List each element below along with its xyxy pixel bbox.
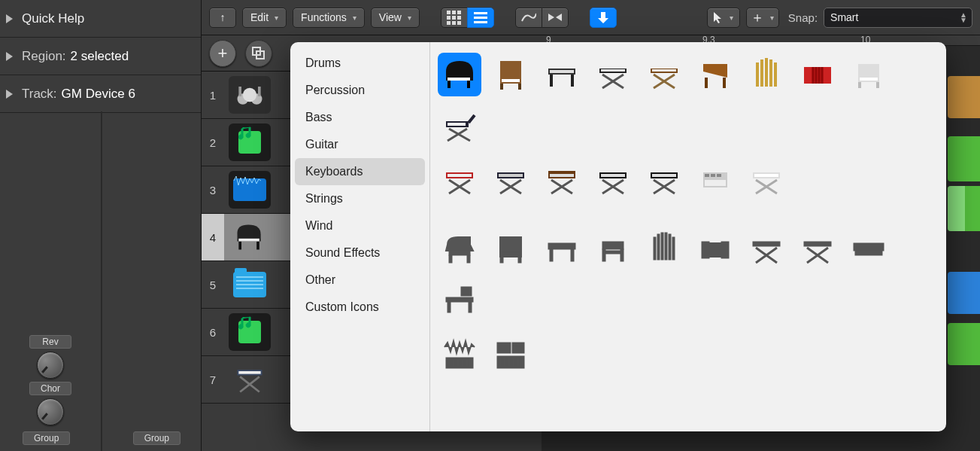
track-icon-midi[interactable] [229,313,271,351]
icon-mellotron[interactable] [847,53,890,96]
svg-rect-104 [517,358,520,367]
track-icon-drums[interactable] [229,76,271,114]
region-row[interactable]: Region: 2 selected [0,38,201,75]
up-arrow-button[interactable] [209,8,236,28]
icon-category-wind[interactable]: Wind [295,212,425,239]
region-selected[interactable] [948,186,965,231]
icon-category-percussion[interactable]: Percussion [295,77,425,104]
list-view-button[interactable] [467,8,494,28]
catch-playhead-icon [596,11,610,24]
icon-electric-piano[interactable] [540,53,584,96]
svg-rect-30 [760,59,763,87]
icon-accordion[interactable] [796,53,839,96]
track-number: 7 [202,373,224,386]
view-menu[interactable]: View▾ [371,8,420,28]
region[interactable] [948,323,980,365]
icon-category-sound-effects[interactable]: Sound Effects [295,239,425,267]
duplicate-icon [251,46,266,61]
icon-category-keyboards[interactable]: Keyboards [295,158,425,185]
svg-rect-73 [657,234,660,260]
track-icon-folder[interactable] [229,266,271,303]
icon-stage-piano[interactable] [591,53,635,96]
icon-category-strings[interactable]: Strings [295,185,425,212]
icon-controller[interactable] [745,158,788,202]
plus-icon: + [218,44,228,63]
svg-rect-31 [765,58,768,87]
chevron-down-icon: ▾ [408,14,411,22]
loop-button[interactable] [542,8,569,28]
grid-view-button[interactable] [441,8,468,28]
icon-outline-pipe-organ[interactable] [642,227,686,271]
disclosure-triangle-icon[interactable] [6,90,13,99]
icon-outline-synth-stand[interactable] [745,227,788,271]
region[interactable] [948,136,980,181]
svg-rect-33 [774,62,777,87]
add-track-button[interactable]: + [209,40,236,67]
chor-knob[interactable] [37,398,64,425]
svg-rect-62 [502,252,520,255]
svg-rect-12 [448,78,470,81]
svg-rect-34 [804,67,812,84]
pointer-tool-button[interactable]: ▾ [707,8,740,28]
playhead-snap-button[interactable] [590,8,617,28]
track-row[interactable]: Track: GM Device 6 [0,75,201,113]
rev-knob[interactable] [37,352,64,379]
icon-synth-red[interactable] [438,158,481,202]
duplicate-track-button[interactable] [245,40,272,67]
icon-clavinet[interactable] [642,53,686,96]
snap-select[interactable]: Smart ▲▼ [824,8,972,28]
svg-rect-92 [457,359,460,367]
music-note-icon [238,131,261,154]
icon-outline-synth-stand-2[interactable] [796,227,839,271]
edit-menu[interactable]: Edit▾ [242,8,287,28]
icon-category-custom-icons[interactable]: Custom Icons [295,294,425,321]
icon-outline-accordion[interactable] [693,227,737,271]
icon-outline-organ[interactable] [591,227,635,271]
icon-keytar[interactable] [438,104,481,148]
icon-outline-grand-piano[interactable] [438,227,481,271]
region[interactable] [948,272,980,314]
svg-rect-88 [469,302,472,312]
group-badge-right[interactable]: Group [133,431,181,445]
icon-category-bass[interactable]: Bass [295,104,425,131]
icon-pipe-organ[interactable] [745,53,788,96]
arrow-up-icon [220,11,225,23]
track-icon-audio[interactable] [229,171,271,209]
automation-curve-button[interactable] [515,8,542,28]
icon-outline-rack-synth[interactable] [847,227,890,271]
icon-drum-machine[interactable] [693,158,737,202]
icon-outline-workstation[interactable] [438,279,481,322]
svg-rect-77 [672,237,675,260]
svg-rect-98 [517,344,520,346]
alt-tool-button[interactable]: ＋▾ [746,8,779,28]
track-icon-midi[interactable] [229,123,271,161]
svg-rect-13 [448,81,451,88]
functions-menu[interactable]: Functions▾ [293,8,365,28]
icon-outline-software-instrument[interactable] [438,333,481,376]
svg-rect-55 [705,180,726,186]
icon-upright-piano[interactable] [489,53,532,96]
icon-outline-midi-keyboard[interactable] [489,333,532,376]
region[interactable] [948,76,980,118]
icon-synth-wood[interactable] [540,158,584,202]
icon-synth-black[interactable] [591,158,635,202]
quick-help-row[interactable]: Quick Help [0,0,201,38]
track-icon-keyboard[interactable] [229,361,271,398]
icon-outline-upright-piano[interactable] [489,227,532,271]
icon-workstation[interactable] [642,158,686,202]
icon-category-other[interactable]: Other [295,267,425,294]
disclosure-triangle-icon[interactable] [6,14,13,23]
icon-harpsichord[interactable] [693,53,737,96]
svg-rect-78 [702,242,709,258]
icon-category-drums[interactable]: Drums [295,50,425,77]
icon-category-guitar[interactable]: Guitar [295,131,425,158]
editor-toolbar: Edit▾ Functions▾ View▾ ▾ ＋▾ Snap: Smart … [202,0,980,35]
disclosure-triangle-icon[interactable] [6,52,13,61]
track-number: 2 [202,136,224,149]
track-icon-piano[interactable] [229,218,271,256]
icon-outline-electric-piano[interactable] [540,227,584,271]
group-badge-left[interactable]: Group [23,431,70,445]
icon-synth-dark[interactable] [489,158,532,202]
folder-icon [233,272,266,297]
icon-grand-piano[interactable] [438,53,481,96]
